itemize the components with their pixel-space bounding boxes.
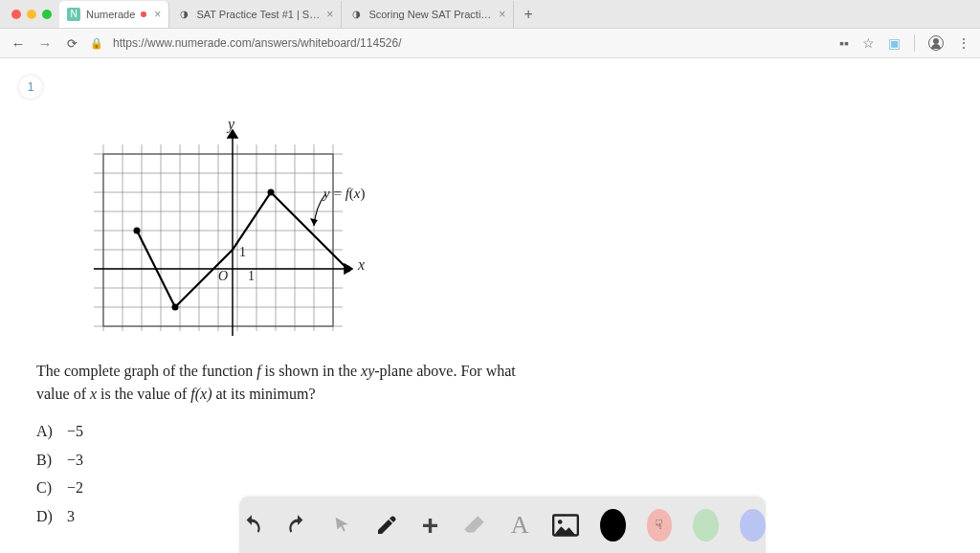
x-axis-label: x [358,256,365,274]
svg-point-30 [268,189,275,196]
address-bar: ← → ⟳ 🔒 https://www.numerade.com/answers… [0,29,980,57]
url-field[interactable]: https://www.numerade.com/answers/whitebo… [113,36,402,50]
favicon-numerade: N [67,8,80,21]
question-block: y x O 1 1 y = f(x) The complete graph of… [36,116,553,530]
kebab-menu-icon[interactable]: ⋮ [957,36,970,50]
choice-value: −5 [67,417,83,446]
close-window-button[interactable] [11,10,21,19]
browser-right-controls: ▪▪ ☆ ▣ ⋮ [839,34,970,52]
tab-title: SAT Practice Test #1 | SAT Sui [196,9,321,20]
svg-point-28 [134,228,141,234]
reload-button[interactable]: ⟳ [63,36,80,51]
y-axis-label: y [228,116,234,133]
svg-point-31 [345,266,351,273]
choice-value: −2 [67,474,83,502]
favicon-collegeboard-icon: ◑ [349,8,363,21]
redo-button[interactable] [285,511,310,540]
tab-numerade[interactable]: N Numerade × [59,1,169,28]
tab-bar: N Numerade × ◑ SAT Practice Test #1 | SA… [0,0,980,29]
close-tab-button[interactable]: × [499,8,505,21]
minimize-window-button[interactable] [27,10,36,19]
text-tool-button[interactable]: A [508,511,531,540]
choice-value: 3 [67,502,75,531]
question-text: The complete graph of the function f is … [36,360,534,406]
graph-svg [75,116,371,341]
eraser-tool-button[interactable] [462,511,487,540]
svg-point-29 [172,304,179,311]
function-graph: y x O 1 1 y = f(x) [75,116,371,341]
choice-letter: B) [36,446,59,475]
origin-label: O [218,269,228,284]
choice-value: −3 [67,446,83,475]
lock-icon: 🔒 [90,37,103,50]
close-tab-button[interactable]: × [326,8,333,21]
new-tab-button[interactable]: + [514,6,542,23]
bookmark-star-icon[interactable]: ☆ [862,35,875,51]
color-green-button[interactable] [693,509,719,542]
whiteboard-toolbar: + A ☟ [239,497,766,553]
window-controls [8,10,59,19]
pointer-tool-button[interactable] [331,511,354,540]
profile-icon[interactable] [928,35,944,51]
svg-marker-32 [310,218,318,226]
browser-chrome: N Numerade × ◑ SAT Practice Test #1 | SA… [0,0,980,58]
text-a-icon: A [511,511,529,540]
tab-title: Numerade [86,9,135,20]
add-button[interactable]: + [419,511,442,540]
video-icon[interactable]: ▪▪ [839,35,849,51]
back-button[interactable]: ← [10,35,27,52]
separator [914,34,915,52]
tab-sat-scoring[interactable]: ◑ Scoring New SAT Practice Tes × [342,1,514,28]
y-tick-1-label: 1 [239,245,246,260]
step-number: 1 [28,80,34,94]
choice-b[interactable]: B) −3 [36,446,553,475]
color-red-button[interactable]: ☟ [647,509,673,542]
color-blue-button[interactable] [740,509,766,542]
undo-button[interactable] [239,511,264,540]
svg-point-34 [558,520,563,524]
step-indicator[interactable]: 1 [19,76,42,99]
tab-sat-practice-1[interactable]: ◑ SAT Practice Test #1 | SAT Sui × [169,1,342,28]
tab-title: Scoring New SAT Practice Tes [368,9,493,20]
recording-dot-icon [141,11,146,17]
plus-icon: + [422,509,439,542]
function-label: y = f(x) [323,186,365,202]
close-tab-button[interactable]: × [154,8,161,21]
favicon-collegeboard-icon: ◑ [177,8,190,21]
extension-icon[interactable]: ▣ [888,35,901,51]
maximize-window-button[interactable] [42,10,52,19]
forward-button[interactable]: → [36,35,54,52]
image-tool-button[interactable] [552,511,579,540]
x-tick-1-label: 1 [248,269,255,284]
choice-letter: D) [36,502,59,531]
color-black-button[interactable] [600,509,626,542]
page-content: 1 [0,58,980,553]
cursor-icon: ☟ [655,517,663,532]
pencil-tool-button[interactable] [375,511,398,540]
choice-a[interactable]: A) −5 [36,417,553,446]
choice-letter: C) [36,474,59,502]
choice-letter: A) [36,417,59,446]
